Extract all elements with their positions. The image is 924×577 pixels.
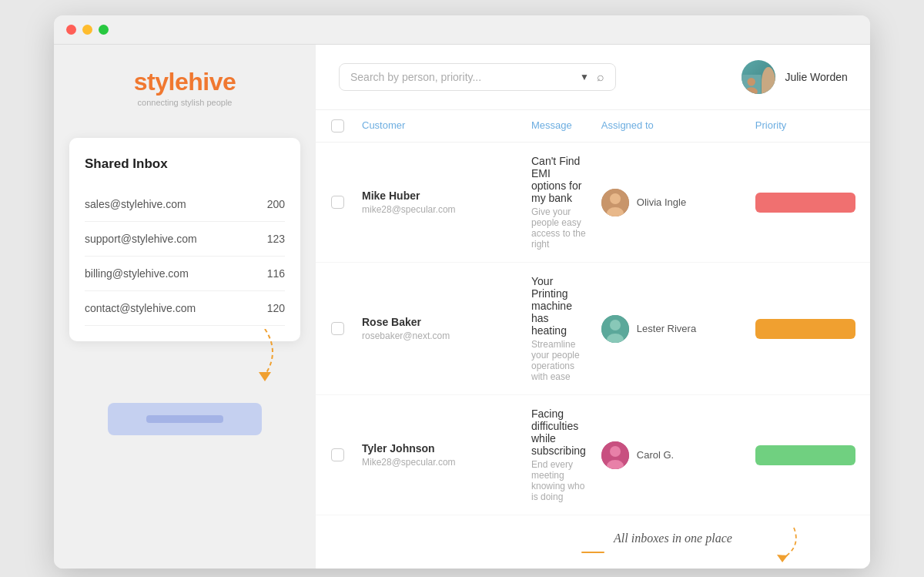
column-message: Message [531,119,601,133]
main-content: Search by person, priority... ▼ ⌕ [316,45,870,569]
svg-point-11 [610,446,621,457]
logo-text: stylehive [69,68,300,96]
message-info: Your Printing machine has heating Stream… [531,275,601,382]
assignee-name: Lester Rivera [637,323,696,334]
column-customer: Customer [362,119,531,133]
search-bar[interactable]: Search by person, priority... ▼ ⌕ [339,63,616,91]
priority-cell [755,193,855,213]
column-assigned: Assigned to [601,119,755,133]
svg-marker-0 [259,372,271,381]
svg-point-8 [610,320,621,330]
customer-name: Mike Huber [362,190,531,202]
assignee-name: Olivia Ingle [637,196,686,208]
search-placeholder: Search by person, priority... [350,71,572,83]
customer-info: Mike Huber mike28@specular.com [362,190,531,215]
inbox-email: support@stylehive.com [85,233,197,245]
message-subject: Can't Find EMI options for my bank [531,155,586,204]
assignee-cell: Olivia Ingle [601,189,755,216]
inbox-card-title: Shared Inbox [85,156,285,172]
assignee-cell: Lester Rivera [601,315,755,343]
browser-window: stylehive connecting stylish people Shar… [54,15,870,569]
message-subject: Facing difficulties while subscribing [531,408,586,457]
priority-badge [755,445,855,465]
customer-name: Rose Baker [362,316,531,328]
table-row[interactable]: Rose Baker rosebaker@next.com Your Print… [316,263,870,395]
list-item[interactable]: support@stylehive.com 123 [85,222,285,257]
logo-tagline: connecting stylish people [69,98,300,107]
svg-marker-13 [777,555,788,562]
message-subject: Your Printing machine has heating [531,275,586,337]
user-name: Julie Worden [785,71,847,83]
row-checkbox-cell [331,448,362,461]
header-checkbox-cell [331,119,362,133]
customer-info: Rose Baker rosebaker@next.com [362,316,531,341]
customer-email: rosebaker@next.com [362,330,531,341]
row-checkbox-cell [331,322,362,335]
customer-email: mike28@specular.com [362,204,531,215]
assignee-avatar [601,189,629,216]
inbox-email: sales@stylehive.com [85,198,186,210]
message-preview: Streamline your people operations with e… [531,339,586,382]
btn-inner-bar [146,415,223,423]
message-preview: End every meeting knowing who is doing [531,459,586,502]
annotation-text: All inboxes in one place [614,532,732,545]
traffic-light-yellow[interactable] [82,25,92,35]
filter-icon[interactable]: ▼ [580,72,589,82]
message-info: Can't Find EMI options for my bank Give … [531,155,601,250]
arrow-annotation-icon [242,329,288,383]
assignee-avatar [601,441,629,469]
sidebar-cta-button[interactable] [108,403,262,435]
customer-email: Mike28@specular.com [362,457,531,468]
inbox-count: 123 [267,233,285,245]
assignee-name: Carol G. [637,449,674,461]
inbox-table: Customer Message Assigned to Priority Mi… [316,110,870,536]
message-preview: Give your people easy access to the righ… [531,206,586,250]
customer-info: Tyler Johnson Mike28@specular.com [362,442,531,468]
inbox-count: 200 [267,198,285,210]
list-item[interactable]: contact@stylehive.com 120 [85,291,285,326]
main-footer: All inboxes in one place [316,536,870,569]
table-row[interactable]: Mike Huber mike28@specular.com Can't Fin… [316,143,870,263]
assignee-cell: Carol G. [601,441,755,469]
inbox-count: 116 [267,267,285,280]
priority-cell [755,445,855,465]
priority-cell [755,319,855,339]
inbox-card: Shared Inbox sales@stylehive.com 200 sup… [69,138,300,341]
inbox-email: billing@stylehive.com [85,267,189,280]
table-header: Customer Message Assigned to Priority [316,110,870,143]
select-all-checkbox[interactable] [331,119,344,133]
message-info: Facing difficulties while subscribing En… [531,408,601,502]
list-item[interactable]: billing@stylehive.com 116 [85,257,285,291]
curved-arrow-icon [740,524,802,562]
table-row[interactable]: Tyler Johnson Mike28@specular.com Facing… [316,395,870,515]
user-profile: Julie Worden [742,60,847,94]
svg-point-5 [610,193,621,204]
svg-point-2 [748,78,755,86]
row-checkbox[interactable] [331,196,344,209]
row-checkbox-cell [331,196,362,209]
search-icon[interactable]: ⌕ [597,70,604,84]
traffic-light-red[interactable] [66,25,76,35]
priority-badge [755,319,855,339]
priority-badge [755,193,855,213]
customer-name: Tyler Johnson [362,442,531,455]
inbox-count: 120 [267,302,285,314]
sidebar-bottom [69,403,300,435]
browser-body: stylehive connecting stylish people Shar… [54,45,870,569]
sidebar: stylehive connecting stylish people Shar… [54,45,316,569]
assignee-avatar [601,315,629,343]
traffic-light-green[interactable] [99,25,109,35]
inbox-email: contact@stylehive.com [85,302,196,314]
logo-area: stylehive connecting stylish people [69,68,300,107]
footer-dash [581,552,604,553]
row-checkbox[interactable] [331,448,344,461]
avatar [742,60,775,94]
row-checkbox[interactable] [331,322,344,335]
column-priority: Priority [755,119,855,133]
main-header: Search by person, priority... ▼ ⌕ [316,45,870,110]
browser-titlebar [54,15,870,45]
list-item[interactable]: sales@stylehive.com 200 [85,187,285,222]
